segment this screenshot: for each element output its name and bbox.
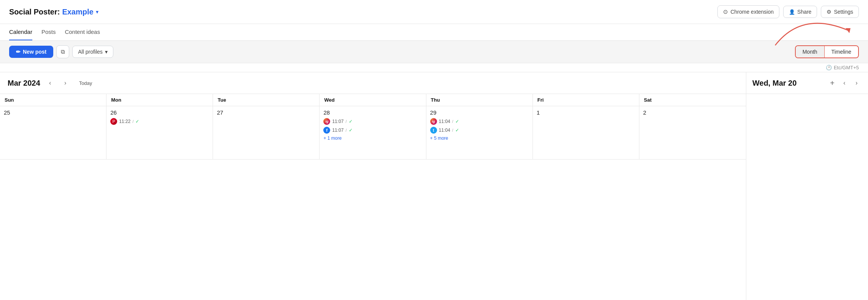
month-view-button[interactable]: Month [796, 46, 824, 57]
nav-tabs: Calendar Posts Content ideas [0, 24, 868, 41]
new-post-label: New post [23, 49, 46, 55]
toolbar: ✏ New post ⧉ All profiles ▾ Month [0, 41, 868, 63]
day-header-sun: Sun [0, 94, 107, 106]
post-time: 11:04 [439, 128, 450, 133]
copy-icon: ⧉ [61, 48, 65, 55]
post-slash: / [345, 119, 347, 124]
timeline-date-title: Wed, Mar 20 [752, 79, 796, 88]
toolbar-right: Month Timeline [795, 45, 859, 58]
timeline-next-button[interactable]: › [851, 78, 862, 88]
tab-content-ideas[interactable]: Content ideas [65, 24, 100, 40]
share-icon: 👤 [789, 9, 795, 15]
facebook-icon: f [323, 127, 330, 134]
day-header-wed: Wed [320, 94, 426, 106]
day-cell-26[interactable]: 26 P 11:22 / ✓ [107, 106, 213, 160]
timeline-prev-button[interactable]: ‹ [839, 78, 850, 88]
timeline-view-button[interactable]: Timeline [825, 46, 858, 57]
instagram-icon: ig [430, 118, 437, 125]
toolbar-left: ✏ New post ⧉ All profiles ▾ [9, 45, 113, 58]
copy-button[interactable]: ⧉ [56, 45, 69, 58]
day-grid: 25 26 P 11:22 / ✓ 27 [0, 106, 746, 160]
day-header-tue: Tue [213, 94, 320, 106]
day-number-1: 1 [537, 109, 635, 116]
chrome-icon: ⊙ [723, 8, 728, 15]
post-check: ✓ [349, 128, 353, 133]
timeline-add-button[interactable]: + [827, 78, 838, 88]
app-title-static: Social Poster: [9, 8, 60, 16]
post-check: ✓ [455, 128, 459, 133]
calendar-area: Mar 2024 ‹ › Today Sun Mon Tue Wed Thu F… [0, 72, 868, 300]
brand-dropdown-icon[interactable]: ▾ [96, 9, 99, 15]
share-button[interactable]: 👤 Share [783, 6, 817, 18]
tab-posts[interactable]: Posts [41, 24, 56, 40]
post-item-twitter-29[interactable]: t 11:04 / ✓ [430, 127, 529, 134]
timezone-label: Etc/GMT+5 [834, 65, 859, 70]
post-time: 11:04 [439, 119, 450, 124]
post-time: 11:07 [332, 119, 343, 124]
gear-icon: ⚙ [827, 9, 831, 15]
header-right: ⊙ Chrome extension 👤 Share ⚙ Settings [717, 5, 859, 18]
day-header-thu: Thu [426, 94, 533, 106]
day-header-mon: Mon [107, 94, 213, 106]
day-headers: Sun Mon Tue Wed Thu Fri Sat [0, 94, 746, 106]
day-header-sat: Sat [639, 94, 746, 106]
post-item-instagram-28[interactable]: ig 11:07 / ✓ [323, 118, 422, 125]
new-post-button[interactable]: ✏ New post [9, 46, 53, 58]
timezone-bar: 🕐 Etc/GMT+5 [0, 63, 868, 72]
day-number-2: 2 [643, 109, 742, 116]
post-item-pinterest[interactable]: P 11:22 / ✓ [110, 118, 209, 125]
day-cell-29[interactable]: 29 ig 11:04 / ✓ t 11:04 / ✓ + 5 more [426, 106, 533, 160]
twitter-icon: t [430, 127, 437, 134]
post-slash: / [345, 128, 347, 132]
post-item-facebook-28[interactable]: f 11:07 / ✓ [323, 127, 422, 134]
chrome-extension-label: Chrome extension [730, 9, 774, 15]
pencil-icon: ✏ [16, 49, 21, 55]
timeline-body [746, 94, 868, 106]
settings-button[interactable]: ⚙ Settings [821, 6, 859, 18]
day-number-28: 28 [323, 109, 422, 116]
day-cell-27[interactable]: 27 [213, 106, 320, 160]
app-header: Social Poster: Example ▾ ⊙ Chrome extens… [0, 0, 868, 24]
post-time: 11:22 [119, 119, 130, 124]
timeline-nav: + ‹ › [827, 78, 862, 88]
more-link-29[interactable]: + 5 more [430, 136, 529, 141]
tab-calendar[interactable]: Calendar [9, 24, 32, 40]
share-label: Share [797, 9, 811, 15]
app-title-brand[interactable]: Example [62, 8, 93, 16]
side-timeline: Wed, Mar 20 + ‹ › [746, 72, 868, 300]
post-slash: / [452, 128, 453, 132]
day-cell-2[interactable]: 2 [639, 106, 746, 160]
clock-icon: 🕐 [826, 65, 832, 70]
view-toggle: Month Timeline [795, 45, 859, 58]
day-number-29: 29 [430, 109, 529, 116]
timeline-header: Wed, Mar 20 + ‹ › [746, 72, 868, 94]
post-slash: / [452, 119, 453, 124]
calendar-next-button[interactable]: › [60, 78, 71, 88]
today-button[interactable]: Today [75, 79, 96, 88]
post-check: ✓ [455, 119, 459, 124]
day-cell-1[interactable]: 1 [533, 106, 639, 160]
calendar-month-title: Mar 2024 [8, 79, 40, 88]
instagram-icon: ig [323, 118, 330, 125]
profiles-dropdown[interactable]: All profiles ▾ [72, 46, 113, 58]
pinterest-icon: P [110, 118, 117, 125]
post-check: ✓ [349, 119, 353, 124]
main-calendar: Mar 2024 ‹ › Today Sun Mon Tue Wed Thu F… [0, 72, 746, 300]
calendar-prev-button[interactable]: ‹ [45, 78, 56, 88]
post-check: ✓ [135, 119, 139, 124]
day-cell-28[interactable]: 28 ig 11:07 / ✓ f 11:07 / ✓ + 1 more [320, 106, 426, 160]
post-item-instagram-29[interactable]: ig 11:04 / ✓ [430, 118, 529, 125]
more-link-28[interactable]: + 1 more [323, 136, 422, 141]
calendar-header-row: Mar 2024 ‹ › Today [0, 72, 746, 94]
post-time: 11:07 [332, 128, 343, 133]
day-cell-25[interactable]: 25 [0, 106, 107, 160]
profiles-label: All profiles [78, 49, 103, 55]
day-number-26: 26 [110, 109, 209, 116]
chrome-extension-button[interactable]: ⊙ Chrome extension [717, 5, 779, 18]
header-left: Social Poster: Example ▾ [9, 8, 99, 16]
post-slash: / [132, 119, 134, 124]
day-header-fri: Fri [533, 94, 639, 106]
settings-label: Settings [834, 9, 853, 15]
day-number-25: 25 [4, 109, 102, 116]
day-number-27: 27 [217, 109, 315, 116]
